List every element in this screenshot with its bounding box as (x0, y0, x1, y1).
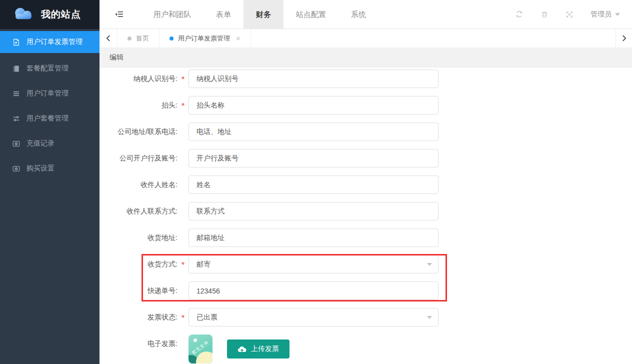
company-address-phone-input[interactable] (188, 122, 438, 141)
sidebar-item-package-config[interactable]: 套餐配置管理 (0, 56, 100, 81)
no-file-thumbnail[interactable]: 暂无文件 (188, 334, 212, 364)
field-label: 电子发票: (100, 340, 178, 348)
main-content: 首页 用户订单发票管理 × 编辑 纳税人识别号: * 抬头: * (100, 29, 632, 364)
invoice-edit-form: 纳税人识别号: * 抬头: * 公司地址/联系电话: 公司开户行及账号: 收 (100, 68, 632, 364)
select-value: 邮寄 (196, 260, 210, 269)
sidebar-item-invoice-management[interactable]: 用户订单发票管理 (0, 31, 100, 53)
form-row-recipient-name: 收件人姓名: (100, 176, 632, 194)
sidebar-item-user-package[interactable]: 用户套餐管理 (0, 106, 100, 131)
cloud-upload-icon (238, 346, 246, 353)
tracking-number-input[interactable] (188, 282, 438, 300)
form-row-delivery-method: 收货方式: * 邮寄 (100, 255, 632, 274)
required-marker: * (178, 314, 188, 322)
package-config-icon (12, 65, 20, 72)
form-row-invoice-status: 发票状态: * 已出票 (100, 308, 632, 326)
nav-item-site-config[interactable]: 站点配置 (284, 0, 338, 28)
field-label: 收件人联系方式: (100, 207, 178, 216)
chevron-down-icon (615, 13, 620, 16)
form-row-invoice-title: 抬头: * (100, 96, 632, 114)
form-row-taxpayer-id: 纳税人识别号: * (100, 70, 632, 88)
nav-item-system[interactable]: 系统 (338, 0, 378, 28)
company-bank-account-input[interactable] (188, 149, 438, 168)
delivery-method-select[interactable]: 邮寄 (188, 255, 438, 274)
field-label: 收货方式: (100, 260, 178, 269)
select-value: 已出票 (196, 313, 218, 322)
breadcrumb: 编辑 (100, 48, 632, 68)
sidebar-item-recharge-records[interactable]: 充值记录 (0, 131, 100, 156)
header-actions: 管理员 (515, 10, 632, 19)
order-list-icon (12, 90, 20, 98)
form-row-e-invoice: 电子发票: 暂无文件 上传发票 (100, 334, 632, 364)
sidebar-item-label: 套餐配置管理 (26, 64, 68, 73)
header: 我的站点 用户和团队 表单 财务 站点配置 系统 (0, 0, 632, 29)
sidebar-item-purchase-settings[interactable]: 购买设置 (0, 156, 100, 181)
invoice-doc-icon (12, 38, 20, 46)
required-marker: * (178, 260, 188, 268)
fullscreen-icon[interactable] (566, 10, 574, 18)
field-label: 公司地址/联系电话: (100, 128, 178, 136)
shipping-address-input[interactable] (188, 228, 438, 247)
invoice-title-input[interactable] (188, 96, 438, 114)
tab-dot-icon (170, 36, 174, 40)
site-title: 我的站点 (41, 8, 81, 21)
field-label: 快递单号: (100, 286, 178, 296)
upload-button-label: 上传发票 (251, 344, 279, 354)
upload-invoice-button[interactable]: 上传发票 (227, 340, 290, 358)
page-title: 编辑 (110, 53, 124, 62)
sidebar-item-label: 用户订单管理 (26, 89, 68, 98)
sidebar-item-order-management[interactable]: 用户订单管理 (0, 81, 100, 106)
field-label: 纳税人识别号: (100, 74, 178, 84)
field-label: 收件人姓名: (100, 180, 178, 190)
tab-invoice-management[interactable]: 用户订单发票管理 × (160, 29, 251, 48)
thumbnail-dot-icon (194, 338, 197, 342)
nav-item-forms[interactable]: 表单 (204, 0, 244, 28)
chevron-down-icon (427, 316, 432, 319)
tab-home[interactable]: 首页 (118, 29, 160, 48)
required-marker: * (178, 75, 188, 83)
chevron-down-icon (427, 263, 432, 266)
header-main: 用户和团队 表单 财务 站点配置 系统 (100, 0, 632, 29)
admin-name: 管理员 (590, 10, 612, 19)
sidebar-item-label: 用户套餐管理 (26, 114, 68, 123)
tab-dot-icon (128, 36, 132, 40)
field-label: 公司开户行及账号: (100, 154, 178, 163)
sidebar: 用户订单发票管理 套餐配置管理 用户订单管理 (0, 29, 100, 364)
tab-scroll-left-icon[interactable] (100, 29, 118, 48)
sidebar-item-label: 充值记录 (26, 139, 54, 148)
taxpayer-id-input[interactable] (188, 70, 438, 88)
brand-logo[interactable]: 我的站点 (0, 0, 100, 29)
tab-label: 用户订单发票管理 (178, 34, 230, 43)
form-row-shipping-address: 收货地址: (100, 228, 632, 247)
form-row-company-bank-account: 公司开户行及账号: (100, 149, 632, 168)
tab-label: 首页 (136, 34, 149, 43)
recipient-contact-input[interactable] (188, 202, 438, 220)
field-label: 收货地址: (100, 234, 178, 242)
trash-icon[interactable] (540, 10, 548, 18)
sidebar-item-label: 购买设置 (26, 164, 54, 173)
purchase-setting-icon (12, 165, 20, 172)
app-window: 我的站点 用户和团队 表单 财务 站点配置 系统 (0, 0, 632, 364)
close-icon[interactable]: × (236, 34, 240, 42)
user-package-icon (12, 115, 20, 122)
invoice-status-select[interactable]: 已出票 (188, 308, 438, 326)
field-label: 发票状态: (100, 313, 178, 322)
nav-item-finance[interactable]: 财务 (244, 0, 284, 28)
required-marker: * (178, 102, 188, 110)
nav-item-users-teams[interactable]: 用户和团队 (141, 0, 204, 28)
sidebar-item-label: 用户订单发票管理 (26, 38, 82, 46)
field-label: 抬头: (100, 101, 178, 110)
menu-collapse-icon[interactable] (114, 10, 124, 18)
form-row-tracking-number: 快递单号: (100, 282, 632, 300)
admin-dropdown[interactable]: 管理员 (590, 10, 620, 19)
cloud-icon (12, 6, 35, 23)
tab-bar: 首页 用户订单发票管理 × (100, 29, 632, 48)
refresh-icon[interactable] (515, 10, 524, 18)
form-row-recipient-contact: 收件人联系方式: (100, 202, 632, 220)
recipient-name-input[interactable] (188, 176, 438, 194)
tab-scroll-right-icon[interactable] (616, 29, 632, 48)
recharge-record-icon (12, 140, 20, 148)
form-row-company-address-phone: 公司地址/联系电话: (100, 122, 632, 141)
